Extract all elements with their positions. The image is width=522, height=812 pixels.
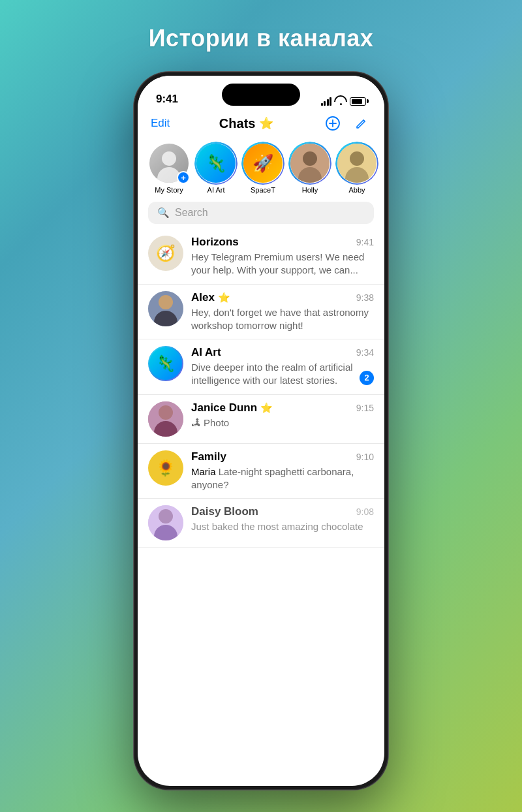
story-holly[interactable]: Holly [286,144,333,194]
chat-name-horizons: Horizons [191,236,239,249]
chat-preview-janice: 🏞 Photo [191,416,374,429]
chat-item-janice[interactable]: Janice Dunn ⭐ 9:15 🏞 Photo [138,395,384,444]
page-title: Истории в каналах [0,25,522,52]
premium-star-janice: ⭐ [260,402,273,414]
chat-item-ai-art[interactable]: 🦎 AI Art 9:34 Dive deeper into the realm… [138,339,384,395]
story-label-holly: Holly [302,186,318,194]
nav-title: Chats ⭐ [219,116,274,131]
chat-avatar-janice [148,401,183,437]
edit-button[interactable]: Edit [151,117,170,130]
story-label-spacet: SpaceT [251,186,275,194]
add-story-badge: + [177,171,190,184]
signal-icon [321,97,332,106]
story-label-my-story: My Story [155,186,183,194]
story-abby[interactable]: Abby [333,144,380,194]
chat-avatar-ai-art: 🦎 [148,346,183,381]
premium-star-alex: ⭐ [218,292,230,304]
chat-preview-alex: Hey, don't forget we have that astronomy… [191,306,374,333]
chat-preview-daisy: Just baked the most amazing chocolate [191,520,374,533]
chat-item-horizons[interactable]: 🧭 Horizons 9:41 Hey Telegram Premium use… [138,229,384,285]
compose-button[interactable] [352,114,371,133]
chat-preview-horizons: Hey Telegram Premium users! We need your… [191,251,374,277]
search-icon: 🔍 [157,207,170,219]
nav-bar: Edit Chats ⭐ [138,111,384,138]
chat-avatar-horizons: 🧭 [148,236,183,271]
search-placeholder: Search [175,207,208,219]
chat-name-ai-art: AI Art [191,346,221,359]
stories-row: + My Story 🦎 AI Art 🚀 [138,138,384,202]
chat-time-alex: 9:38 [356,292,374,303]
battery-icon [350,97,366,106]
status-icons [321,97,367,106]
story-spacet[interactable]: 🚀 SpaceT [239,144,286,194]
chat-name-alex: Alex ⭐ [191,291,230,304]
unread-badge-ai-art: 2 [360,371,374,385]
story-my-story[interactable]: + My Story [146,144,192,194]
chat-item-alex[interactable]: Alex ⭐ 9:38 Hey, don't forget we have th… [138,285,384,340]
chat-avatar-alex [148,291,183,326]
chat-time-family: 9:10 [356,452,374,462]
nav-actions [323,114,371,133]
chat-preview-ai-art: Dive deeper into the realm of artificial… [191,361,374,388]
new-channel-button[interactable] [323,114,343,133]
status-time: 9:41 [156,93,178,106]
chat-preview-family: Maria Late-night spaghetti carbonara, an… [191,465,374,492]
chat-name-janice: Janice Dunn ⭐ [191,401,273,414]
phone-mockup: 9:41 Edit Chats ⭐ [134,72,388,790]
chat-item-family[interactable]: 🌻 Family 9:10 Maria Late-night spaghetti… [138,444,384,499]
story-ai-art[interactable]: 🦎 AI Art [192,144,239,194]
nav-star-icon: ⭐ [259,116,273,131]
chat-time-janice: 9:15 [356,403,374,413]
chat-list: 🧭 Horizons 9:41 Hey Telegram Premium use… [138,229,384,548]
story-label-abby: Abby [348,186,365,194]
chat-name-daisy: Daisy Bloom [191,505,258,518]
chat-time-daisy: 9:08 [356,507,374,517]
chat-avatar-daisy [148,505,183,540]
chat-name-family: Family [191,450,226,463]
chat-avatar-family: 🌻 [148,450,183,486]
story-label-ai-art: AI Art [207,186,225,194]
search-bar[interactable]: 🔍 Search [148,202,374,224]
wifi-icon [335,97,346,105]
chat-time-ai-art: 9:34 [356,347,374,358]
dynamic-island [222,84,300,106]
chat-time-horizons: 9:41 [356,237,374,247]
chat-item-daisy[interactable]: Daisy Bloom 9:08 Just baked the most ama… [138,499,384,548]
